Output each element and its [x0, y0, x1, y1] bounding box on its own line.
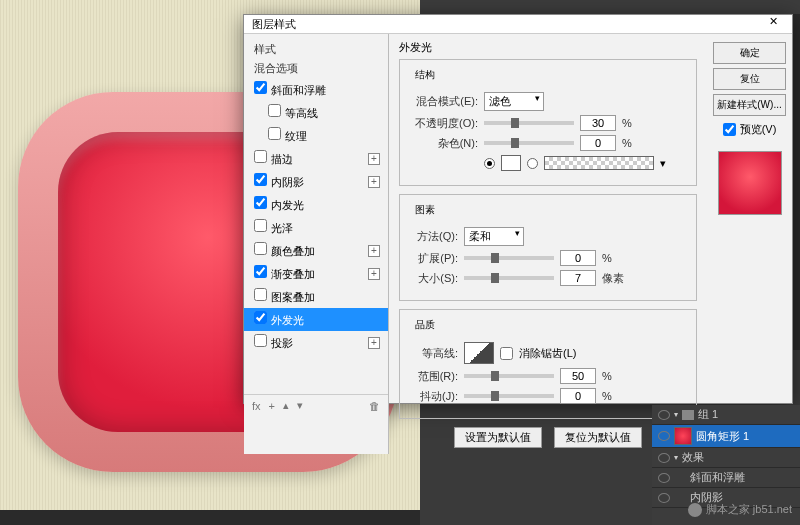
spread-label: 扩展(P):: [410, 251, 458, 266]
add-effect-icon[interactable]: +: [368, 176, 380, 188]
spread-unit: %: [602, 252, 612, 264]
style-item[interactable]: 等高线: [244, 101, 388, 124]
opacity-slider[interactable]: [484, 121, 574, 125]
up-icon[interactable]: ▴: [283, 399, 289, 412]
expand-icon[interactable]: ▾: [674, 410, 678, 419]
fx-icon[interactable]: fx: [252, 400, 261, 412]
style-label: 内发光: [271, 199, 304, 211]
spread-slider[interactable]: [464, 256, 554, 260]
watermark: 脚本之家 jb51.net: [688, 502, 792, 517]
noise-input[interactable]: 0: [580, 135, 616, 151]
range-input[interactable]: 50: [560, 368, 596, 384]
style-checkbox[interactable]: [254, 334, 267, 347]
method-select[interactable]: 柔和: [464, 227, 524, 246]
style-checkbox[interactable]: [254, 173, 267, 186]
opacity-input[interactable]: 30: [580, 115, 616, 131]
spread-input[interactable]: 0: [560, 250, 596, 266]
add-effect-icon[interactable]: +: [368, 245, 380, 257]
opacity-label: 不透明度(O):: [410, 116, 478, 131]
style-checkbox[interactable]: [254, 81, 267, 94]
blend-mode-select[interactable]: 滤色: [484, 92, 544, 111]
reset-default-button[interactable]: 复位为默认值: [554, 427, 642, 448]
contour-label: 等高线:: [410, 346, 458, 361]
visibility-icon[interactable]: [658, 493, 670, 503]
style-label: 投影: [271, 337, 293, 349]
new-style-button[interactable]: 新建样式(W)...: [713, 94, 786, 116]
antialias-checkbox[interactable]: [500, 347, 513, 360]
style-item[interactable]: 内发光: [244, 193, 388, 216]
ok-button[interactable]: 确定: [713, 42, 786, 64]
cancel-button[interactable]: 复位: [713, 68, 786, 90]
color-swatch[interactable]: [501, 155, 521, 171]
close-button[interactable]: ✕: [758, 15, 788, 33]
gradient-chevron-icon[interactable]: ▾: [660, 157, 666, 170]
style-checkbox[interactable]: [254, 219, 267, 232]
structure-legend: 结构: [412, 68, 438, 82]
folder-icon: [682, 410, 694, 420]
style-label: 光泽: [271, 222, 293, 234]
add-effect-icon[interactable]: +: [368, 153, 380, 165]
group-name: 组 1: [698, 407, 718, 422]
preview-checkbox[interactable]: [723, 123, 736, 136]
style-item[interactable]: 光泽: [244, 216, 388, 239]
size-label: 大小(S):: [410, 271, 458, 286]
style-checkbox[interactable]: [254, 288, 267, 301]
range-slider[interactable]: [464, 374, 554, 378]
style-item[interactable]: 投影+: [244, 331, 388, 354]
style-label: 颜色叠加: [271, 245, 315, 257]
size-slider[interactable]: [464, 276, 554, 280]
add-effect-icon[interactable]: +: [368, 337, 380, 349]
jitter-input[interactable]: 0: [560, 388, 596, 404]
noise-slider[interactable]: [484, 141, 574, 145]
gradient-radio[interactable]: [527, 158, 538, 169]
style-item[interactable]: 描边+: [244, 147, 388, 170]
visibility-icon[interactable]: [658, 410, 670, 420]
add-effect-icon[interactable]: +: [368, 268, 380, 280]
add-icon[interactable]: +: [269, 400, 275, 412]
method-label: 方法(Q):: [410, 229, 458, 244]
effect-row[interactable]: 斜面和浮雕: [652, 468, 800, 488]
style-item[interactable]: 外发光: [244, 308, 388, 331]
expand-icon[interactable]: ▾: [674, 453, 678, 462]
visibility-icon[interactable]: [658, 431, 670, 441]
style-checkbox[interactable]: [254, 196, 267, 209]
style-item[interactable]: 图案叠加: [244, 285, 388, 308]
style-item[interactable]: 内阴影+: [244, 170, 388, 193]
size-input[interactable]: 7: [560, 270, 596, 286]
gradient-picker[interactable]: [544, 156, 654, 170]
set-default-button[interactable]: 设置为默认值: [454, 427, 542, 448]
color-radio[interactable]: [484, 158, 495, 169]
styles-header[interactable]: 样式: [244, 40, 388, 59]
down-icon[interactable]: ▾: [297, 399, 303, 412]
style-checkbox[interactable]: [254, 242, 267, 255]
style-item[interactable]: 斜面和浮雕: [244, 78, 388, 101]
effect-label: 斜面和浮雕: [690, 470, 745, 485]
contour-picker[interactable]: [464, 342, 494, 364]
style-footer: fx + ▴ ▾ 🗑: [244, 394, 388, 416]
style-item[interactable]: 渐变叠加+: [244, 262, 388, 285]
effects-row[interactable]: ▾ 效果: [652, 448, 800, 468]
visibility-icon[interactable]: [658, 453, 670, 463]
size-unit: 像素: [602, 271, 624, 286]
style-checkbox[interactable]: [268, 104, 281, 117]
style-checkbox[interactable]: [268, 127, 281, 140]
style-item[interactable]: 纹理: [244, 124, 388, 147]
style-label: 纹理: [285, 130, 307, 142]
jitter-slider[interactable]: [464, 394, 554, 398]
visibility-icon[interactable]: [658, 473, 670, 483]
style-checkbox[interactable]: [254, 311, 267, 324]
jitter-label: 抖动(J):: [410, 389, 458, 404]
preview-thumbnail: [718, 151, 782, 215]
layer-group-row[interactable]: ▾ 组 1: [652, 405, 800, 425]
style-item[interactable]: 颜色叠加+: [244, 239, 388, 262]
noise-unit: %: [622, 137, 632, 149]
blend-options-header[interactable]: 混合选项: [244, 59, 388, 78]
dialog-titlebar[interactable]: 图层样式 ✕: [244, 15, 792, 34]
opacity-unit: %: [622, 117, 632, 129]
layer-row[interactable]: 圆角矩形 1: [652, 425, 800, 448]
trash-icon[interactable]: 🗑: [369, 400, 380, 412]
watermark-logo-icon: [688, 503, 702, 517]
style-checkbox[interactable]: [254, 150, 267, 163]
style-checkbox[interactable]: [254, 265, 267, 278]
noise-label: 杂色(N):: [410, 136, 478, 151]
